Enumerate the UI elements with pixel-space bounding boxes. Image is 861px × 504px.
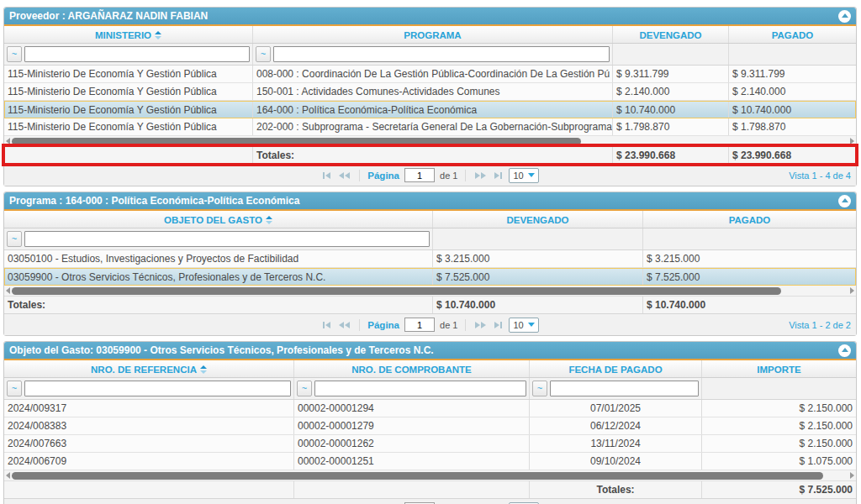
programa-filter-row: ~: [4, 228, 856, 250]
pager-page-label: Página: [367, 320, 399, 330]
cell-pagado: $ 7.525.000: [643, 269, 856, 285]
table-row[interactable]: 2024/008383 00002-00001279 06/12/2024 $ …: [4, 417, 856, 435]
cell-fecha: 13/11/2024: [530, 435, 702, 452]
scroll-right-icon[interactable]: [850, 472, 854, 479]
panel-proveedor-title: Proveedor : ARGAÑARAZ NADIN FABIAN: [9, 10, 208, 22]
table-row[interactable]: 115-Ministerio De Economía Y Gestión Púb…: [4, 66, 856, 83]
pager-prev-icon[interactable]: [337, 172, 351, 179]
horizontal-scrollbar: [4, 286, 856, 297]
pager-next-icon[interactable]: [473, 322, 488, 328]
filter-cell-devengado: [613, 44, 729, 65]
collapse-icon[interactable]: [838, 195, 851, 207]
fecha-filter-input[interactable]: [550, 381, 699, 396]
totals-row: Totales: $ 7.525.000: [4, 481, 856, 499]
panel-programa: Programa : 164-000 : Política Económica-…: [3, 192, 857, 336]
filter-operator-button[interactable]: ~: [7, 46, 22, 62]
filter-operator-button[interactable]: ~: [532, 381, 547, 396]
filter-cell-comprobante: ~: [294, 378, 530, 399]
panel-proveedor: Proveedor : ARGAÑARAZ NADIN FABIAN MINIS…: [3, 7, 857, 186]
totals-empty-cell: [4, 481, 294, 498]
page-size-select[interactable]: 10: [509, 168, 538, 183]
proveedor-pager: Página de 1 10 Vista 1 - 4 de 4: [4, 165, 856, 186]
cell-programa: 164-000 : Política Económica-Política Ec…: [253, 102, 613, 118]
scrollbar-thumb[interactable]: [12, 472, 823, 480]
cell-comprobante: 00002-00001251: [294, 453, 530, 470]
page-size-select[interactable]: 10: [509, 318, 538, 333]
scroll-left-icon[interactable]: [6, 472, 10, 479]
referencia-filter-input[interactable]: [24, 381, 291, 396]
proveedor-totals-container: Totales: $ 23.990.668 $ 23.990.668: [4, 147, 856, 165]
pager-first-icon[interactable]: [321, 322, 332, 328]
table-row[interactable]: 2024/009317 00002-00001294 07/01/2025 $ …: [4, 400, 856, 417]
cell-programa: 150-001 : Actividades Comunes-Actividade…: [253, 83, 613, 100]
pager-last-icon[interactable]: [493, 322, 504, 328]
scrollbar-track[interactable]: [12, 138, 848, 145]
cell-fecha: 09/10/2024: [530, 453, 702, 470]
collapse-icon[interactable]: [838, 10, 851, 23]
scrollbar-track[interactable]: [12, 287, 848, 295]
table-row[interactable]: 2024/006709 00002-00001251 09/10/2024 $ …: [4, 453, 856, 470]
table-row[interactable]: 03050100 - Estudios, Investigaciones y P…: [4, 250, 856, 268]
cell-devengado: $ 9.311.799: [613, 66, 729, 82]
table-row[interactable]: 115-Ministerio De Economía Y Gestión Púb…: [4, 118, 856, 136]
panel-objeto-del-gasto: Objeto del Gasto: 03059900 - Otros Servi…: [3, 341, 857, 504]
column-header-ministerio[interactable]: MINISTERIO: [4, 26, 253, 43]
cell-ministerio: 115-Ministerio De Economía Y Gestión Púb…: [4, 118, 253, 135]
column-header-devengado[interactable]: DEVENGADO: [433, 211, 643, 228]
pager-prev-icon[interactable]: [337, 322, 351, 328]
totals-label: Totales:: [4, 297, 433, 313]
column-label: IMPORTE: [757, 365, 800, 375]
filter-operator-button[interactable]: ~: [7, 381, 22, 396]
column-header-fecha-pagado[interactable]: FECHA DE PAGADO: [530, 360, 702, 377]
cell-programa: 202-000 : Subprograma - Secretaría Gener…: [253, 118, 613, 135]
cell-pagado: $ 9.311.799: [729, 66, 856, 82]
pager-first-icon[interactable]: [321, 172, 332, 179]
column-header-pagado[interactable]: PAGADO: [729, 26, 856, 43]
table-row[interactable]: 2024/007663 00002-00001262 13/11/2024 $ …: [4, 435, 856, 453]
column-header-programa[interactable]: PROGRAMA: [253, 26, 613, 43]
filter-operator-button[interactable]: ~: [297, 381, 312, 396]
column-label: PAGADO: [772, 30, 814, 40]
scroll-right-icon[interactable]: [850, 138, 854, 144]
pager-last-icon[interactable]: [493, 172, 504, 179]
programa-filter-input[interactable]: [273, 46, 610, 62]
pager-next-icon[interactable]: [473, 172, 488, 179]
page-size-value: 10: [513, 320, 523, 330]
filter-operator-button[interactable]: ~: [7, 231, 22, 247]
table-row[interactable]: 115-Ministerio De Economía Y Gestión Púb…: [4, 83, 856, 101]
chevron-down-icon: [528, 173, 535, 177]
scrollbar-thumb[interactable]: [12, 138, 581, 145]
comprobante-filter-input[interactable]: [314, 381, 526, 396]
cell-ministerio: 115-Ministerio De Economía Y Gestión Púb…: [4, 83, 253, 100]
page: Proveedor : ARGAÑARAZ NADIN FABIAN MINIS…: [0, 0, 861, 504]
column-header-devengado[interactable]: DEVENGADO: [613, 26, 729, 43]
table-row-selected[interactable]: 115-Ministerio De Economía Y Gestión Púb…: [4, 101, 856, 118]
filter-operator-button[interactable]: ~: [256, 46, 271, 62]
filter-cell-importe: [702, 378, 856, 399]
page-number-input[interactable]: [404, 318, 435, 332]
scrollbar-track[interactable]: [12, 472, 848, 480]
totals-empty-cell: [294, 481, 530, 498]
column-header-importe[interactable]: IMPORTE: [702, 360, 856, 377]
cell-referencia: 2024/007663: [4, 435, 294, 452]
page-number-input[interactable]: [404, 168, 435, 182]
column-header-pagado[interactable]: PAGADO: [643, 211, 856, 228]
chevron-down-icon: [528, 323, 535, 327]
collapse-icon[interactable]: [838, 344, 851, 357]
scroll-left-icon[interactable]: [6, 287, 10, 294]
cell-pagado: $ 2.140.000: [729, 83, 856, 100]
column-header-objeto-del-gasto[interactable]: OBJETO DEL GASTO: [4, 211, 433, 228]
scroll-right-icon[interactable]: [850, 287, 854, 294]
ministerio-filter-input[interactable]: [24, 46, 250, 62]
totals-label: Totales:: [530, 481, 702, 498]
cell-comprobante: 00002-00001279: [294, 417, 530, 434]
column-label: OBJETO DEL GASTO: [164, 215, 262, 225]
objeto-filter-input[interactable]: [24, 231, 430, 247]
horizontal-scrollbar: [4, 136, 856, 147]
column-header-nro-comprobante[interactable]: NRO. DE COMPROBANTE: [294, 360, 530, 377]
panel-objeto-title: Objeto del Gasto: 03059900 - Otros Servi…: [9, 344, 434, 356]
scrollbar-thumb[interactable]: [12, 287, 781, 295]
table-row-selected[interactable]: 03059900 - Otros Servicios Técnicos, Pro…: [4, 268, 856, 286]
scroll-left-icon[interactable]: [6, 138, 10, 144]
column-header-nro-referencia[interactable]: NRO. DE REFERENCIA: [4, 360, 294, 377]
